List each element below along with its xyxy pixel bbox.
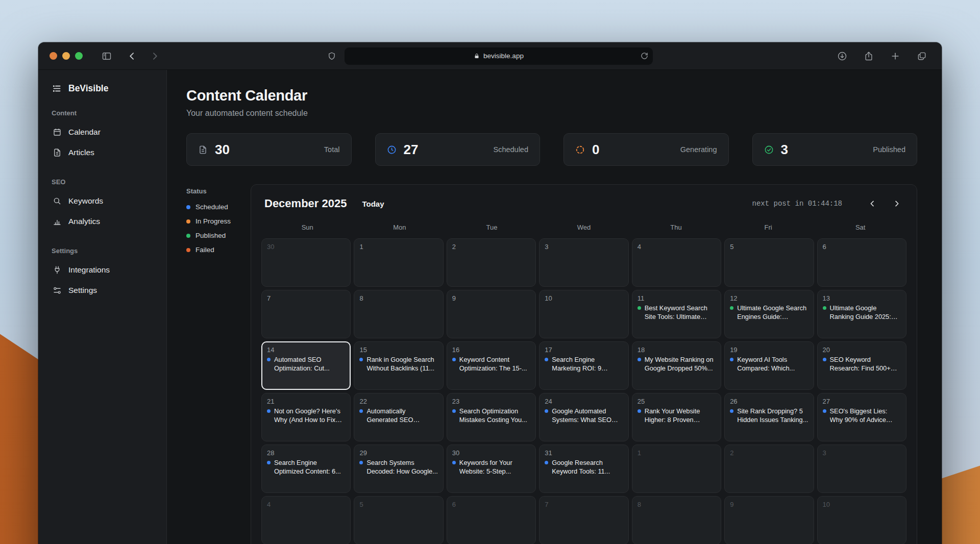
calendar-event[interactable]: Search Engine Marketing ROI: 9 Metrics T… [545,356,623,373]
calendar-event[interactable]: Search Systems Decoded: How Google... [359,459,437,476]
calendar-event[interactable]: Rank Your Website Higher: 8 Proven SaaS.… [638,407,716,424]
next-month-icon[interactable] [890,197,903,210]
calendar-day-cell[interactable]: 30 [261,238,351,287]
prev-month-icon[interactable] [866,197,879,210]
calendar-event[interactable]: Google Automated Systems: What SEO Pr... [545,407,623,424]
calendar-day-cell[interactable]: 3 [539,238,628,287]
calendar-day-cell[interactable]: 2 [724,444,814,493]
calendar-event[interactable]: Automated SEO Optimization: Cut... [267,356,345,373]
legend-item-failed: Failed [186,246,251,254]
calendar-day-cell[interactable]: 8 [632,496,721,544]
forward-button[interactable] [146,47,163,65]
calendar-day-cell[interactable]: 3 [817,444,906,493]
calendar-day-cell[interactable]: 11Best Keyword Search Site Tools: Ultima… [632,290,721,338]
calendar-day-cell[interactable]: 1 [632,444,721,493]
calendar-day-cell[interactable]: 27SEO's Biggest Lies: Why 90% of Advice … [817,393,906,441]
calendar-day-cell[interactable]: 4 [632,238,721,287]
calendar-event[interactable]: Ultimate Google Ranking Guide 2025: How … [823,304,901,321]
calendar-day-cell[interactable]: 2 [447,238,536,287]
event-title: Google Automated Systems: What SEO Pr... [552,407,623,424]
calendar-day-cell[interactable]: 16Keyword Content Optimization: The 15-.… [447,341,536,390]
zoom-button[interactable] [75,52,83,60]
calendar-day-cell[interactable]: 30Keywords for Your Website: 5-Step... [447,444,536,493]
today-button[interactable]: Today [362,200,384,208]
date-number: 16 [452,346,530,354]
calendar-day-cell[interactable]: 24Google Automated Systems: What SEO Pr.… [539,393,628,441]
calendar-day-cell[interactable]: 10 [539,290,628,338]
calendar-event[interactable]: Best Keyword Search Site Tools: Ultimate… [638,304,716,321]
event-title: My Website Ranking on Google Dropped 50%… [645,356,716,373]
calendar-day-cell[interactable]: 28Search Engine Optimized Content: 6... [261,444,351,493]
calendar-day-cell[interactable]: 4 [261,496,351,544]
calendar-day-cell[interactable]: 9 [724,496,814,544]
calendar-day-cell[interactable]: 20SEO Keyword Research: Find 500+ Terms … [817,341,906,390]
downloads-icon[interactable] [834,47,851,65]
calendar-day-cell[interactable]: 23Search Optimization Mistakes Costing Y… [447,393,536,441]
calendar-event[interactable]: Keyword AI Tools Compared: Which... [730,356,808,373]
back-button[interactable] [124,47,141,65]
calendar-event[interactable]: Keyword Content Optimization: The 15-... [452,356,530,373]
calendar-day-cell[interactable]: 18My Website Ranking on Google Dropped 5… [632,341,721,390]
legend-item-published: Published [186,232,251,239]
calendar-day-cell[interactable]: 12Ultimate Google Search Engines Guide: … [724,290,814,338]
date-number: 23 [452,398,530,405]
sidebar-item-articles[interactable]: Articles [52,142,153,163]
calendar-event[interactable]: Ultimate Google Search Engines Guide: Ma… [730,304,808,321]
status-dot [186,219,190,224]
calendar-day-cell[interactable]: 7 [539,496,628,544]
minimize-button[interactable] [62,52,70,60]
reload-icon[interactable] [641,52,648,60]
calendar-day-cell[interactable]: 8 [354,290,443,338]
sidebar-item-analytics[interactable]: Analytics [52,211,153,232]
calendar-event[interactable]: Automatically Generated SEO Content: Wha… [359,407,437,424]
sidebar-item-calendar[interactable]: Calendar [52,122,153,142]
calendar-event[interactable]: Google Research Keyword Tools: 11... [545,459,623,476]
page-subtitle: Your automated content schedule [186,109,917,118]
calendar-day-cell[interactable]: 22Automatically Generated SEO Content: W… [354,393,443,441]
calendar-day-cell[interactable]: 6 [817,238,906,287]
sidebar-item-label: Keywords [68,196,103,206]
main-content: Content Calendar Your automated content … [167,70,942,544]
calendar-day-cell[interactable]: 7 [261,290,351,338]
calendar-day-cell[interactable]: 15Rank in Google Search Without Backlink… [354,341,443,390]
calendar-day-cell[interactable]: 29Search Systems Decoded: How Google... [354,444,443,493]
calendar-day-cell[interactable]: 6 [447,496,536,544]
calendar-event[interactable]: My Website Ranking on Google Dropped 50%… [638,356,716,373]
calendar-event[interactable]: Rank in Google Search Without Backlinks … [359,356,437,373]
new-tab-icon[interactable] [887,47,904,65]
calendar-event[interactable]: Site Rank Dropping? 5 Hidden Issues Tank… [730,407,808,424]
calendar-day-cell-today[interactable]: 14Automated SEO Optimization: Cut... [261,341,351,390]
date-number: 31 [545,449,623,457]
calendar-day-cell[interactable]: 5 [724,238,814,287]
calendar-event[interactable]: Search Engine Optimized Content: 6... [267,459,345,476]
sidebar-item-settings[interactable]: Settings [52,280,153,301]
calendar-day-cell[interactable]: 10 [817,496,906,544]
calendar-day-cell[interactable]: 13Ultimate Google Ranking Guide 2025: Ho… [817,290,906,338]
calendar-event[interactable]: Keywords for Your Website: 5-Step... [452,459,530,476]
calendar-event[interactable]: SEO's Biggest Lies: Why 90% of Advice Do… [823,407,901,424]
calendar-day-cell[interactable]: 17Search Engine Marketing ROI: 9 Metrics… [539,341,628,390]
date-number: 12 [730,294,808,302]
sidebar-item-keywords[interactable]: Keywords [52,191,153,211]
calendar-day-cell[interactable]: 21Not on Google? Here's Why (And How to … [261,393,351,441]
calendar-day-cell[interactable]: 26Site Rank Dropping? 5 Hidden Issues Ta… [724,393,814,441]
calendar-event[interactable]: Search Optimization Mistakes Costing You… [452,407,530,424]
sidebar-toggle-icon[interactable] [98,47,115,65]
event-status-dot [730,409,733,413]
calendar-day-cell[interactable]: 31Google Research Keyword Tools: 11... [539,444,628,493]
calendar-day-cell[interactable]: 19Keyword AI Tools Compared: Which... [724,341,814,390]
lock-icon [474,53,480,59]
calendar-event[interactable]: Not on Google? Here's Why (And How to Fi… [267,407,345,424]
calendar-day-cell[interactable]: 1 [354,238,443,287]
calendar-day-cell[interactable]: 5 [354,496,443,544]
calendar-event[interactable]: SEO Keyword Research: Find 500+ Terms in… [823,356,901,373]
share-icon[interactable] [860,47,877,65]
close-button[interactable] [50,52,57,60]
calendar-day-cell[interactable]: 9 [447,290,536,338]
address-bar[interactable]: bevisible.app [345,47,653,65]
calendar-day-cell[interactable]: 25Rank Your Website Higher: 8 Proven Saa… [632,393,721,441]
sidebar-item-integrations[interactable]: Integrations [52,260,153,280]
plug-icon [53,265,62,275]
stat-card-scheduled: 27Scheduled [375,133,541,166]
tab-overview-icon[interactable] [913,47,930,65]
